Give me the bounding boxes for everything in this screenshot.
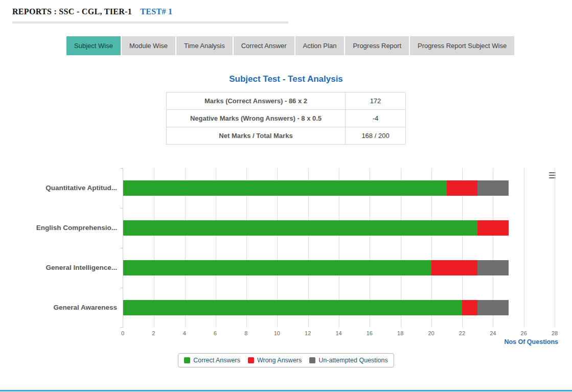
bar-segment-correct-answers[interactable]: [123, 220, 477, 236]
category-label: Quantitative Aptitud...: [0, 180, 117, 196]
chart-legend: Correct AnswersWrong AnswersUn-attempted…: [178, 353, 394, 367]
x-tick-label: 18: [397, 330, 403, 336]
plot-area: Quantitative Aptitud...English Comprehen…: [123, 168, 555, 328]
x-tick-label: 24: [490, 330, 496, 336]
table-row: Negative Marks (Wrong Answers) - 8 x 0.5…: [167, 110, 406, 127]
bar-segment-un-attempted-questions[interactable]: [477, 260, 508, 275]
chart-row: Quantitative Aptitud...: [123, 168, 555, 208]
marks-table: Marks (Correct Answers) - 86 x 2172Negat…: [166, 92, 406, 145]
row-label: Negative Marks (Wrong Answers) - 8 x 0.5: [167, 110, 346, 127]
legend-swatch: [309, 357, 315, 363]
legend-label: Correct Answers: [193, 357, 240, 364]
stacked-bar: [123, 220, 555, 236]
header-divider: [12, 21, 288, 24]
legend-item-correct-answers[interactable]: Correct Answers: [184, 357, 240, 364]
x-tick-label: 16: [367, 330, 373, 336]
legend-label: Un-attempted Questions: [318, 357, 388, 364]
x-tick-label: 12: [305, 330, 311, 336]
x-tick-label: 14: [335, 330, 341, 336]
x-tick-label: 20: [428, 330, 434, 336]
x-axis-title: Nos Of Questions: [123, 338, 558, 345]
analysis-title: Subject Test - Test Analysis: [0, 74, 572, 84]
chart-row: General Intelligence...: [123, 248, 555, 288]
bar-segment-correct-answers[interactable]: [123, 260, 431, 275]
chart: Quantitative Aptitud...English Comprehen…: [0, 168, 572, 367]
x-tick-label: 0: [121, 330, 124, 336]
stacked-bar: [123, 300, 555, 315]
row-label: Marks (Correct Answers) - 86 x 2: [167, 93, 346, 110]
marks-table-body: Marks (Correct Answers) - 86 x 2172Negat…: [167, 93, 406, 145]
stacked-bar: [123, 260, 555, 275]
bar-segment-un-attempted-questions[interactable]: [477, 180, 508, 196]
tab-action-plan[interactable]: Action Plan: [295, 36, 345, 55]
tab-bar: Subject WiseModule WiseTime AnalysisCorr…: [66, 36, 572, 55]
row-label: Net Marks / Total Marks: [167, 127, 346, 145]
page-title: REPORTS : SSC - CGL, TIER-1: [12, 7, 132, 16]
tab-subject-wise[interactable]: Subject Wise: [66, 36, 121, 55]
table-row: Net Marks / Total Marks168 / 200: [167, 127, 406, 145]
bar-segment-correct-answers[interactable]: [123, 300, 462, 315]
tab-progress-report-subject-wise[interactable]: Progress Report Subject Wise: [410, 36, 514, 55]
category-label: English Comprehensio...: [0, 220, 117, 236]
x-tick-label: 2: [152, 330, 155, 336]
tab-time-analysis[interactable]: Time Analysis: [176, 36, 233, 55]
test-link[interactable]: TEST# 1: [140, 7, 172, 16]
x-tick-label: 28: [552, 330, 558, 336]
x-tick-label: 10: [274, 330, 280, 336]
category-label: General Intelligence...: [0, 260, 117, 275]
report-page: REPORTS : SSC - CGL, TIER-1 TEST# 1 Subj…: [0, 0, 572, 392]
legend-label: Wrong Answers: [257, 357, 302, 364]
category-label: General Awareness: [0, 300, 117, 315]
footer-divider: [0, 390, 572, 391]
chart-row: General Awareness: [123, 288, 555, 328]
x-tick-label: 26: [521, 330, 527, 336]
x-tick-label: 8: [244, 330, 247, 336]
x-axis: 0246810121416182022242628: [123, 328, 555, 337]
chart-row: English Comprehensio...: [123, 208, 555, 248]
tab-progress-report[interactable]: Progress Report: [345, 36, 409, 55]
row-value: 168 / 200: [346, 127, 406, 145]
bar-segment-wrong-answers[interactable]: [431, 260, 477, 275]
tab-correct-answer[interactable]: Correct Answer: [234, 36, 294, 55]
legend-swatch: [184, 357, 190, 363]
x-tick-label: 6: [214, 330, 217, 336]
row-value: -4: [346, 110, 406, 127]
gridline: [555, 168, 555, 328]
stacked-bar: [123, 180, 555, 196]
bar-segment-un-attempted-questions[interactable]: [477, 300, 508, 315]
legend-item-un-attempted-questions[interactable]: Un-attempted Questions: [309, 357, 388, 364]
tab-module-wise[interactable]: Module Wise: [122, 36, 175, 55]
x-tick-label: 4: [183, 330, 186, 336]
bar-segment-correct-answers[interactable]: [123, 180, 447, 196]
legend-swatch: [248, 357, 254, 363]
bar-segment-wrong-answers[interactable]: [462, 300, 477, 315]
bar-segment-wrong-answers[interactable]: [447, 180, 477, 196]
table-row: Marks (Correct Answers) - 86 x 2172: [167, 93, 406, 110]
row-value: 172: [346, 93, 406, 110]
bar-segment-wrong-answers[interactable]: [477, 220, 508, 236]
x-tick-label: 22: [459, 330, 465, 336]
page-header: REPORTS : SSC - CGL, TIER-1 TEST# 1: [0, 0, 572, 16]
legend-item-wrong-answers[interactable]: Wrong Answers: [248, 357, 302, 364]
